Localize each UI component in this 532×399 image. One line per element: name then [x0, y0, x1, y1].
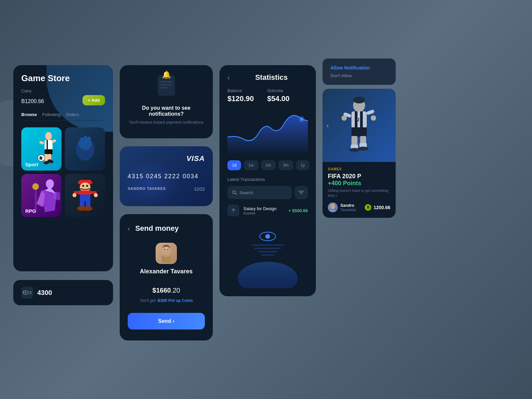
send-money-title: Send money: [135, 224, 179, 233]
coins-label: Coins: [21, 89, 44, 93]
stats-chart: [227, 108, 308, 155]
fifa-image-area: ‹: [323, 89, 396, 162]
coins-main: B1200: [21, 98, 37, 104]
search-icon: [232, 190, 237, 195]
game-tile-sport2[interactable]: [65, 127, 105, 171]
outcome-metric: Outcome $54.00: [267, 88, 290, 103]
svg-text:B: B: [23, 291, 25, 293]
svg-text:J: J: [357, 117, 359, 122]
svg-point-28: [72, 193, 76, 197]
scan-content: [251, 232, 284, 256]
game-store-card: Game Store Coins B1200.66 + Add Browse F…: [13, 65, 113, 271]
nav-tabs: Browse Following Orders: [21, 112, 105, 121]
fifa-title: FIFA 2020 P +400 Points: [328, 173, 390, 187]
coins-section: Coins B1200.66 + Add: [21, 89, 105, 105]
game-tile-sport[interactable]: Sport: [21, 127, 62, 171]
filter-button[interactable]: [295, 186, 308, 199]
mini-card: B B 4300: [13, 280, 113, 305]
prev-button[interactable]: ‹: [327, 122, 329, 129]
scan-line: [251, 244, 284, 246]
svg-point-42: [299, 116, 305, 122]
fifa-info: GAMES FIFA 2020 P +400 Points Gifting do…: [323, 162, 396, 218]
user-handle: Tavartkilа: [340, 208, 362, 212]
visa-expiry: 12/22: [194, 187, 205, 192]
right-section: Allow Notification Don't Allow ‹: [323, 59, 396, 218]
send-money-back-button[interactable]: ‹: [128, 225, 130, 232]
notif-line-1: [160, 81, 172, 82]
stats-balance-row: Balance $120.90 Outcome $54.00: [227, 88, 308, 103]
filter-1m[interactable]: 1m: [261, 160, 276, 170]
user-info: Sandro Tavartkilа: [340, 203, 362, 212]
game-grid: Sport: [21, 127, 105, 217]
coin-value: 1200.66: [373, 205, 390, 210]
svg-point-22: [82, 185, 84, 187]
filter-1y[interactable]: 1y: [296, 160, 310, 170]
time-filters: 1d 1w 1m 3m 1y: [227, 160, 308, 170]
fifa-tag: GAMES: [328, 167, 390, 171]
send-amount-main: $1660: [152, 287, 171, 294]
svg-point-39: [164, 249, 165, 250]
notif-line-3: [160, 87, 168, 88]
svg-rect-3: [45, 149, 53, 155]
outcome-value: $54.00: [267, 94, 290, 103]
send-bonus-label: You'll get:: [140, 298, 158, 303]
bell-icon: 🔔: [162, 70, 171, 79]
mini-card-icon: B B: [21, 287, 33, 299]
fifa-points: +400 Points: [328, 180, 361, 187]
filter-1w[interactable]: 1w: [244, 160, 258, 170]
game-store-inner: Game Store Coins B1200.66 + Add Browse F…: [21, 73, 105, 217]
svg-point-23: [86, 185, 88, 187]
scan-line: [254, 248, 281, 249]
svg-point-40: [167, 249, 169, 250]
sport-label: Sport: [25, 162, 38, 167]
visa-logo-text: VISA: [187, 154, 205, 163]
svg-point-0: [45, 132, 52, 140]
game-tile-rpg[interactable]: RPG: [21, 174, 62, 217]
dont-allow-button[interactable]: Don't Allow: [331, 73, 388, 78]
balance-value: $120.90: [227, 94, 254, 103]
transaction-subtitle: Income: [243, 211, 285, 215]
svg-point-62: [371, 115, 376, 121]
visa-footer: SANDRO TAVARES 12/22: [128, 187, 205, 192]
filter-1d[interactable]: 1d: [227, 160, 241, 170]
send-amount: $1660.20: [128, 282, 205, 296]
send-money-card: ‹ Send money Alexander Tav: [120, 214, 213, 340]
transaction-amount: + $500.66: [289, 208, 308, 213]
scan-card: [227, 222, 308, 288]
svg-rect-15: [87, 137, 91, 145]
transaction-title: Salary for Design: [243, 206, 285, 211]
game-tile-mario[interactable]: [65, 174, 105, 217]
balance-metric: Balance $120.90: [227, 88, 254, 103]
send-button[interactable]: Send ›: [128, 313, 205, 330]
coin-icon: B: [365, 204, 371, 211]
svg-point-16: [46, 179, 54, 189]
balance-label: Balance: [227, 88, 254, 93]
add-button[interactable]: + Add: [82, 95, 105, 105]
svg-rect-8: [39, 141, 44, 145]
send-amount-decimal: .20: [171, 287, 180, 294]
transaction-info: Salary for Design Income: [243, 206, 285, 215]
stats-back-button[interactable]: ‹: [227, 74, 230, 81]
scan-line: [261, 254, 274, 256]
tab-browse[interactable]: Browse: [21, 112, 37, 117]
svg-point-35: [25, 292, 26, 293]
tab-following[interactable]: Following: [42, 112, 61, 117]
filter-icon: [299, 191, 304, 195]
search-box[interactable]: Search: [227, 186, 292, 199]
svg-rect-25: [78, 191, 92, 195]
svg-rect-1: [45, 140, 53, 150]
fifa-description: Gifting doesn't have to get something th…: [328, 188, 390, 199]
eye-icon: [259, 232, 276, 241]
notification-card: 🔔 Do you want to see notifications? You'…: [120, 65, 213, 138]
svg-line-44: [235, 194, 237, 195]
filter-3m[interactable]: 3m: [278, 160, 293, 170]
svg-rect-60: [366, 109, 375, 115]
allow-notification-button[interactable]: Allow Notification: [331, 65, 388, 70]
transaction-item: Salary for Design Income + $500.66: [227, 204, 308, 216]
tab-orders[interactable]: Orders: [66, 112, 79, 117]
latest-tx-label: Latest Transactions: [227, 177, 308, 182]
statistics-card: ‹ Statistics Balance $120.90 Outcome $54…: [219, 65, 316, 296]
visa-card: VISA 4315 0245 2222 0034 SANDRO TAVARES …: [120, 146, 213, 206]
svg-point-65: [331, 204, 335, 209]
notification-icon-area: 🔔: [155, 75, 178, 98]
